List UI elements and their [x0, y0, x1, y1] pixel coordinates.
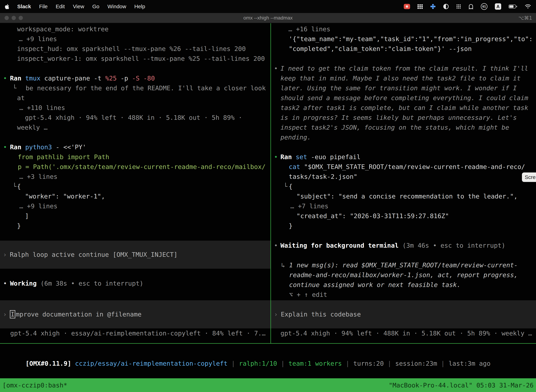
apple-logo-icon[interactable]	[5, 4, 9, 9]
reasoning-text: is in progress? It seems likely but perh…	[281, 114, 517, 121]
grid-icon[interactable]	[417, 4, 423, 9]
message-line: readme-and-reco/mailbox/worker-1.json, a…	[271, 270, 536, 280]
command-text: tasks/task-2.json"	[289, 173, 357, 180]
reasoning-text: I need to get the claim token from the c…	[281, 65, 528, 72]
terminal-line: •Ran tmux capture-pane -t %25 -p -S -80	[0, 73, 270, 83]
ran-label: Ran	[281, 153, 296, 160]
terminal-line: cat "$OMX_TEAM_STATE_ROOT/team/review-cu…	[271, 162, 536, 172]
input-source-icon[interactable]: A	[495, 3, 501, 10]
message-line: continue assigned work or next feasible …	[271, 280, 536, 290]
pane-divider-vertical[interactable]	[270, 23, 271, 343]
terminal-line: "worker": "worker-1",	[0, 191, 270, 201]
wifi-icon[interactable]	[525, 4, 531, 9]
output-text: {	[289, 183, 293, 190]
menu-item-go[interactable]: Go	[92, 4, 99, 9]
terminal-line: └be necessary for the end of the README.…	[0, 83, 270, 93]
working-meta: (6m 38s • esc to interrupt)	[40, 280, 143, 287]
separator: |	[384, 360, 395, 367]
tmux-status-bar: [omx-cczip0:bash* "MacBook-Pro-44.local"…	[0, 378, 536, 392]
menu-app-name[interactable]: Slack	[17, 4, 31, 9]
command-text: python3	[25, 144, 56, 151]
reasoning-text: should send a message before completing …	[281, 94, 528, 102]
edit-hint-line: ⌥ + ↑ edit	[271, 290, 536, 300]
terminal-line: '{"team_name":"my-team","task_id":"1","f…	[271, 34, 536, 44]
output-text: {	[17, 183, 21, 190]
truncation-text: … +110 lines	[19, 104, 65, 111]
screen-share-tooltip: Scre	[522, 173, 536, 182]
command-text: %25	[105, 75, 121, 82]
window-title-bar: omx --xhigh --madmax ⌥⌘1	[0, 13, 536, 23]
model-footer-line: gpt-5.4 xhigh · essay/ai-reimplementatio…	[0, 328, 270, 338]
output-text: "worker": "worker-1",	[25, 193, 105, 200]
percent-badge[interactable]: 61	[481, 3, 488, 10]
pinwheel-icon[interactable]	[430, 4, 436, 9]
truncation-text: … +7 lines	[290, 202, 329, 210]
window-title: omx --xhigh --madmax	[0, 15, 536, 21]
ghost-icon[interactable]	[469, 4, 474, 9]
window-shortcut: ⌥⌘1	[518, 15, 532, 21]
command-text: "completed","claim_token":"claim-token"}…	[289, 45, 472, 52]
terminal-line: }	[0, 221, 270, 231]
dots-grid-icon[interactable]	[456, 4, 461, 9]
menu-item-help[interactable]: Help	[134, 4, 145, 9]
blank-line	[0, 288, 270, 298]
bullet-icon: •	[274, 65, 278, 72]
tmux-inject-banner: ›Ralph loop active continue [OMX_TMUX_IN…	[0, 241, 270, 269]
terminal-line: should send a message before completing …	[271, 93, 536, 103]
output-text: ]	[25, 212, 29, 219]
menu-item-window[interactable]: Window	[107, 4, 126, 9]
close-button[interactable]	[5, 16, 9, 20]
session-path: cczip/essay/ai-reimplementation-copyleft	[75, 360, 228, 367]
message-line: ↳1 new msg(s): read $OMX_TEAM_STATE_ROOT…	[271, 260, 536, 270]
composer-input-right[interactable]: ›Explain this codebase	[271, 300, 536, 328]
menu-status-icons: 61 A	[404, 3, 531, 10]
ran-label: Ran	[10, 144, 25, 151]
stats-text: gpt-5.4 xhigh · essay/ai-reimplementatio…	[10, 330, 266, 337]
composer-input-left[interactable]: ›Improve documentation in @filename	[0, 300, 270, 328]
message-text: 1 new msg(s): read $OMX_TEAM_STATE_ROOT/…	[289, 261, 518, 269]
truncation-text: … +9 lines	[19, 35, 57, 42]
omx-version: [OMX#0.11.9]	[25, 360, 75, 367]
tmux-pane-bottom: [OMX#0.11.9] cczip/essay/ai-reimplementa…	[0, 344, 536, 378]
elbow-icon: └	[13, 84, 17, 92]
reasoning-text: inspect task2's JSON, focusing on the st…	[281, 124, 509, 131]
output-text: be necessary for the end of the README. …	[26, 84, 266, 92]
blank-line	[271, 54, 536, 64]
stats-text: weekly …	[17, 124, 48, 131]
code-text: p = Path('.omx/state/team/review-current…	[18, 163, 266, 170]
tmux-pane-left: workspace_mode: worktree … +9 lines insp…	[0, 23, 270, 343]
terminal-line: … +9 lines	[0, 34, 270, 44]
reasoning-text: pending.	[281, 134, 311, 141]
working-status-line: •Working (6m 38s • esc to interrupt)	[0, 279, 270, 288]
contrast-circle-icon[interactable]	[443, 4, 449, 9]
omx-status-line: [OMX#0.11.9] cczip/essay/ai-reimplementa…	[3, 349, 536, 359]
output-text: inspect_hud: omx sparkshell --tmux-pane …	[17, 45, 246, 52]
terminal-line: is in progress? It seems likely but perh…	[271, 113, 536, 123]
bullet-icon: •	[274, 242, 278, 249]
session-duration: session:23m	[395, 360, 437, 367]
terminal-line: "completed","claim_token":"claim-token"}…	[271, 44, 536, 54]
tmux-host-clock: "MacBook-Pro-44.local" 05:03 31-Mar-26	[389, 382, 534, 389]
prompt-chevron-icon: ›	[3, 311, 7, 318]
terminal-line: }	[271, 221, 536, 231]
minimize-button[interactable]	[12, 16, 16, 20]
command-text: -euo pipefail	[311, 153, 360, 160]
battery-icon[interactable]	[509, 5, 517, 9]
menu-item-edit[interactable]: Edit	[56, 4, 65, 9]
terminal-line: … +16 lines	[271, 24, 536, 34]
terminal-line: inspect_worker-1: omx sparkshell --tmux-…	[0, 54, 270, 64]
screen-recording-stop-icon[interactable]	[404, 4, 410, 9]
terminal-line: workspace_mode: worktree	[0, 24, 270, 34]
ralph-counter: ralph:1/10	[239, 360, 277, 367]
terminal-line: tasks/task-2.json"	[271, 172, 536, 182]
terminal-line: … +3 lines	[0, 172, 270, 182]
terminal-line: pending.	[271, 132, 536, 142]
zoom-button[interactable]	[19, 16, 23, 20]
terminal: workspace_mode: worktree … +9 lines insp…	[0, 23, 536, 392]
terminal-line: inspect_hud: omx sparkshell --tmux-pane …	[0, 44, 270, 54]
command-text: '{"team_name":"my-team","task_id":"1","f…	[289, 35, 533, 42]
menu-item-view[interactable]: View	[73, 4, 84, 9]
truncation-text: … +3 lines	[19, 173, 57, 180]
menu-item-file[interactable]: File	[39, 4, 48, 9]
reply-arrow-icon: ↳	[281, 261, 285, 269]
